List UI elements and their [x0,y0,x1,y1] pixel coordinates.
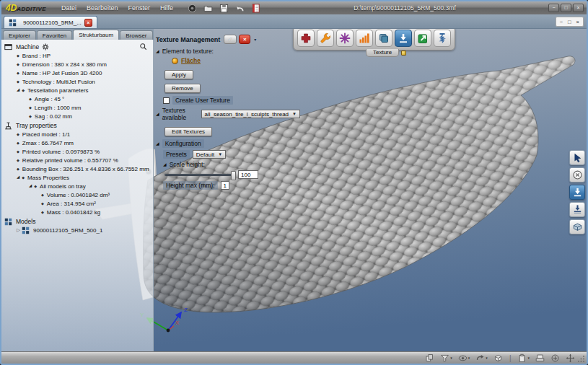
screw-button[interactable] [434,30,451,47]
visibility-eye-icon[interactable]: ▾ [458,353,470,363]
texture-download-button[interactable] [395,30,412,47]
menu-item-datei[interactable]: Datei [56,4,82,12]
export-green-button[interactable] [414,30,431,47]
tree-item[interactable]: ◆Mass : 0.0401842 kg [1,208,153,216]
tree-item[interactable]: ◢◆All models on tray [1,182,153,190]
tree-item[interactable]: ◆Angle : 45 ° [1,94,153,103]
scale-height-value[interactable]: 100 [238,170,258,179]
tree-item[interactable]: ◆Placed model : 1/1 [1,130,153,138]
restore-document-button[interactable]: □ [568,19,571,25]
save-floppy-icon[interactable] [219,4,229,13]
resize-grip[interactable] [578,355,585,362]
tree-section[interactable]: Tray properties [1,121,153,130]
sidebar-tabs: ExplorerFavoritenStrukturbaumBrowser [1,29,154,40]
tree-item[interactable]: ◆Length : 1000 mm [1,103,153,112]
menu-item-hilfe[interactable]: Hilfe [155,4,178,12]
copy-pages-icon[interactable] [425,353,434,363]
expand-arrow-icon[interactable]: ◢ [156,49,159,53]
expand-arrow-icon[interactable]: ◢ [17,175,19,180]
presets-dropdown[interactable]: Default ▼ [193,150,226,159]
texture-management-panel: Texture Management ✓ × ▾ ◢ Element to te… [156,35,300,192]
expand-arrow-icon[interactable]: ◢ [156,112,159,116]
tab-browser[interactable]: Browser [120,30,152,40]
close-document-button[interactable]: × [84,19,92,27]
tree-item[interactable]: ◆Brand : HP [1,51,153,60]
star-effects-button[interactable] [336,30,354,47]
filter-funnel-icon[interactable]: ▾ [440,353,452,363]
edit-textures-button[interactable]: Edit Textures [164,127,212,136]
tab-explorer[interactable]: Explorer [3,30,36,40]
expand-arrow-icon[interactable]: ◢ [156,141,159,146]
copy-stack-button[interactable] [375,30,392,47]
gear-icon[interactable] [42,43,51,51]
cursor-select-button[interactable] [569,150,585,165]
open-folder-icon[interactable] [203,4,214,13]
document-tab[interactable]: 90000112105_5RM_... × [4,16,97,28]
menu-item-bearbeiten[interactable]: Bearbeiten [82,4,123,12]
tree-item[interactable]: ◆Relative printed volume : 0.557707 % [1,156,153,164]
close-button[interactable]: × [573,4,584,12]
texture-download-button[interactable] [569,185,585,200]
close-panel-button[interactable]: × [239,35,250,44]
panel-menu-caret-icon[interactable]: ▾ [254,37,256,42]
tree-item[interactable]: ◆Name : HP Jet Fusion 3D 4200 [1,69,153,77]
undo-arrow-icon[interactable] [234,4,245,13]
apply-button[interactable]: Apply [164,70,193,79]
search-icon[interactable] [139,43,148,51]
tree-item[interactable]: ◆Zmax : 66.7647 mm [1,138,153,147]
remove-button[interactable]: Remove [164,84,201,93]
maximize-button[interactable]: □ [561,4,571,12]
cube-view-button[interactable] [569,219,585,234]
tree-item[interactable]: ▷90000112105_5RM_500_1 [1,226,153,234]
cube-3d-icon[interactable] [493,353,503,363]
info-circle-icon[interactable] [187,4,198,13]
tree-item[interactable]: ◆Printed volume : 0.0979873 % [1,147,153,156]
flaeche-link[interactable]: Fläche [181,57,201,64]
dropdown-arrow-icon: ▼ [292,112,297,116]
dropdown-arrow-icon[interactable]: ▾ [450,356,452,360]
pin-icon[interactable] [401,50,406,56]
tree-item[interactable]: ◆Volume : 0.0401842 dm³ [1,190,153,199]
tree-item[interactable]: ◆Area : 314.954 cm² [1,199,153,208]
minimize-button[interactable]: − [548,4,559,12]
scale-height-slider[interactable] [164,174,235,176]
close-document-button[interactable]: × [576,19,579,25]
expand-arrow-icon[interactable]: ◢ [17,88,19,92]
tree-item[interactable]: ◆Bounding Box : 326.251 x 44.8336 x 66.7… [1,164,153,173]
tree-section[interactable]: Machine [1,43,153,51]
apply-surface-button[interactable] [569,202,585,217]
textures-dropdown[interactable]: all_season_tire_l_sculpts_thread ▼ [201,110,300,118]
zoom-target-icon[interactable] [550,353,560,363]
repair-plus-button[interactable] [297,30,315,47]
minimize-document-button[interactable]: − [560,19,563,25]
create-user-texture-checkbox[interactable] [163,97,170,104]
bullet-icon: ◆ [17,63,19,66]
tree-item[interactable]: ◆Sag : 0.02 mm [1,112,153,120]
tree-section[interactable]: Models [1,217,153,226]
deselect-circle-button[interactable] [569,167,585,182]
height-max-input[interactable]: 1 [221,181,229,190]
tree-item[interactable]: ◢◆Mass Properties [1,173,153,182]
print-tray-icon[interactable] [535,353,545,363]
tree-item[interactable]: ◢◆Tessellation parameters [1,86,153,94]
tab-strukturbaum[interactable]: Strukturbaum [73,30,119,40]
bar-chart-button[interactable] [356,30,373,47]
session-log-icon[interactable] [250,4,261,13]
tree-item[interactable]: ◆Technology : MultiJet Fusion [1,77,153,86]
bullet-icon: ◆ [41,193,44,197]
dropdown-arrow-icon[interactable]: ▾ [527,356,530,360]
rotate-arrow-icon[interactable]: ▾ [475,353,488,363]
dropdown-arrow-icon[interactable]: ▾ [486,356,488,360]
dropdown-arrow-icon[interactable]: ▾ [468,356,470,360]
clipboard-box-icon[interactable]: ▾ [517,353,530,363]
tree-item[interactable]: ◆Dimension : 380 x 284 x 380 mm [1,60,153,69]
tab-favoriten[interactable]: Favoriten [37,30,72,40]
menu-item-fenster[interactable]: Fenster [123,4,155,12]
pan-cross-icon[interactable] [566,353,575,363]
expand-arrow-icon[interactable]: ◢ [29,184,32,188]
wrench-tools-button[interactable] [317,30,334,47]
expand-triangle-icon[interactable]: ▷ [17,228,20,233]
expand-arrow-icon[interactable]: ◢ [163,162,167,167]
confirm-button[interactable]: ✓ [224,35,237,44]
slider-thumb[interactable] [231,171,236,180]
